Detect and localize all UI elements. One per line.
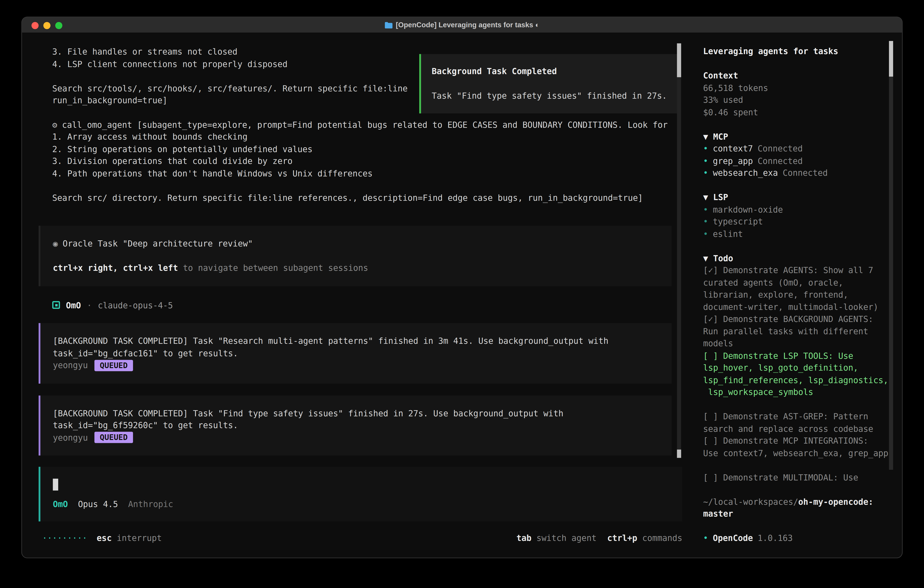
queued-badge: QUEUED [94,432,133,443]
toast-title: Background Task Completed [432,65,670,78]
bullet-icon: • [703,167,708,179]
commands-label: commands [642,533,682,543]
prompt-meta: OmO Opus 4.5 Anthropic [53,498,668,510]
prompt-agent: OmO [53,498,68,510]
sidebar-scrollbar-thumb[interactable] [889,41,893,77]
message-author: yeongyu [53,359,88,372]
workspace-path: ~/local-workspaces/oh-my-opencode: maste… [703,496,893,520]
workspace-prefix: ~/local-workspaces/ [703,497,798,506]
sidebar-scrollbar[interactable] [889,41,893,470]
zoom-button[interactable] [55,22,62,29]
oracle-hint-keys: ctrl+x right, ctrl+x left [53,263,178,273]
notification-toast: Background Task Completed Task "Find typ… [419,54,679,113]
gear-icon: ⚙ [52,120,57,129]
agent-model: claude-opus-4-5 [98,299,173,311]
oracle-task-title: Oracle Task "Deep architecture review" [63,239,253,248]
mcp-item: •websearch_exaConnected [703,167,893,179]
interrupt-label: interrupt [117,533,162,543]
message-text: [BACKGROUND TASK COMPLETED] Task "Resear… [53,335,657,359]
todo-item-active: [ ] Demonstrate LSP TOOLS: Use lsp_hover… [703,350,893,398]
tool-call-text: call_omo_agent [subagent_type=explore, p… [62,120,668,129]
message-block: [BACKGROUND TASK COMPLETED] Task "Find t… [39,395,672,456]
mcp-section: ▼ MCP •context7Connected •grep_appConnec… [703,130,893,179]
bullet-icon: • [703,142,708,155]
status-bar: ········· esc interrupt tab switch agent… [42,532,682,544]
context-used: 33% used [703,94,893,106]
interrupt-hint: esc interrupt [97,532,162,544]
oracle-nav-hint: ctrl+x right, ctrl+x left to navigate be… [53,262,657,274]
fisheye-icon: ◉ [53,239,58,248]
session-title: Leveraging agents for tasks [703,45,893,57]
mcp-item: •grep_appConnected [703,155,893,167]
message-author: yeongyu [53,431,88,444]
version-footer: • OpenCode 1.0.163 [703,532,793,544]
status-bar-right: tab switch agent ctrl+p commands [516,532,682,544]
bullet-icon: • [703,228,708,240]
window-title: [OpenCode] Leveraging agents for tasks ◐ [384,21,540,29]
window-title-text: [OpenCode] Leveraging agents for tasks ◐ [396,21,540,29]
text-cursor [53,479,58,491]
folder-icon [384,21,392,28]
prompt-input[interactable]: OmO Opus 4.5 Anthropic [39,467,682,521]
bullet-icon: • [703,155,708,167]
prompt-provider: Anthropic [128,498,173,510]
main-scrollbar[interactable] [677,43,681,458]
terminal-window: [OpenCode] Leveraging agents for tasks ◐… [21,17,903,558]
toast-body: Task "Find type safety issues" finished … [432,89,670,102]
lsp-item: •eslint [703,228,893,240]
message-meta: yeongyu QUEUED [53,431,657,444]
message-block: [BACKGROUND TASK COMPLETED] Task "Resear… [39,323,672,383]
context-spent: $0.46 spent [703,106,893,118]
spinner-dots: ········· [42,532,87,544]
context-section: Context 66,518 tokens 33% used $0.46 spe… [703,69,893,118]
queued-badge: QUEUED [94,360,133,371]
todo-item: [ ] Demonstrate MULTIMODAL: Use [703,471,893,483]
tool-call-block: ⚙call_omo_agent [subagent_type=explore, … [52,119,686,204]
lsp-item: •typescript [703,216,893,228]
tool-call-first-line: ⚙call_omo_agent [subagent_type=explore, … [52,119,686,131]
switch-agent-label: switch agent [536,533,596,543]
lsp-header[interactable]: ▼ LSP [703,191,893,203]
bullet-icon: • [703,203,708,216]
bullet-icon: • [703,216,708,228]
mcp-header[interactable]: ▼ MCP [703,130,893,142]
todo-item: [ ] Demonstrate AST-GREP: Pattern search… [703,410,893,435]
agent-header: OmO · claude-opus-4-5 [52,299,686,311]
mcp-item: •context7Connected [703,142,893,155]
workspace-repo: oh-my-opencode: [798,497,873,506]
message-meta: yeongyu QUEUED [53,359,657,372]
main-scrollbar-thumb[interactable] [677,43,681,77]
oracle-hint-text: to navigate between subagent sessions [178,263,368,273]
ctrl-p-key: ctrl+p [607,533,637,543]
close-button[interactable] [31,22,38,29]
session-sidebar: Leveraging agents for tasks Context 66,5… [694,33,903,558]
workspace-branch: master [703,508,893,520]
lsp-section: ▼ LSP •markdown-oxide •typescript •eslin… [703,191,893,240]
context-header: Context [703,69,893,82]
prompt-model: Opus 4.5 [78,498,118,510]
tool-call-body: 1. Array access without bounds checking … [52,131,686,204]
todo-item: [ ] Demonstrate MCP INTEGRATIONS: Use co… [703,435,893,459]
oracle-task-panel: ◉Oracle Task "Deep architecture review" … [39,226,672,286]
switch-agent-hint: tab switch agent [516,532,596,544]
commands-hint: ctrl+p commands [607,532,682,544]
oracle-task-title-row: ◉Oracle Task "Deep architecture review" [53,238,657,250]
esc-key: esc [97,533,112,543]
omo-agent-icon [52,301,60,309]
screen: [OpenCode] Leveraging agents for tasks ◐… [0,0,924,588]
agent-separator: · [87,299,92,311]
traffic-lights [31,22,62,29]
minimize-button[interactable] [43,22,51,29]
bullet-icon: • [703,532,708,544]
todo-header[interactable]: ▼ Todo [703,252,893,264]
context-tokens: 66,518 tokens [703,82,893,94]
main-scrollbar-thumb-bottom[interactable] [677,449,681,458]
todo-item: [✓] Demonstrate BACKGROUND AGENTS: Run p… [703,313,893,350]
opencode-version: 1.0.163 [757,532,793,544]
lsp-item: •markdown-oxide [703,203,893,216]
message-text: [BACKGROUND TASK COMPLETED] Task "Find t… [53,407,657,431]
todo-item: [✓] Demonstrate AGENTS: Show all 7 curat… [703,264,893,313]
tab-key: tab [516,533,531,543]
opencode-name: OpenCode [713,532,753,544]
agent-name: OmO [66,299,81,311]
